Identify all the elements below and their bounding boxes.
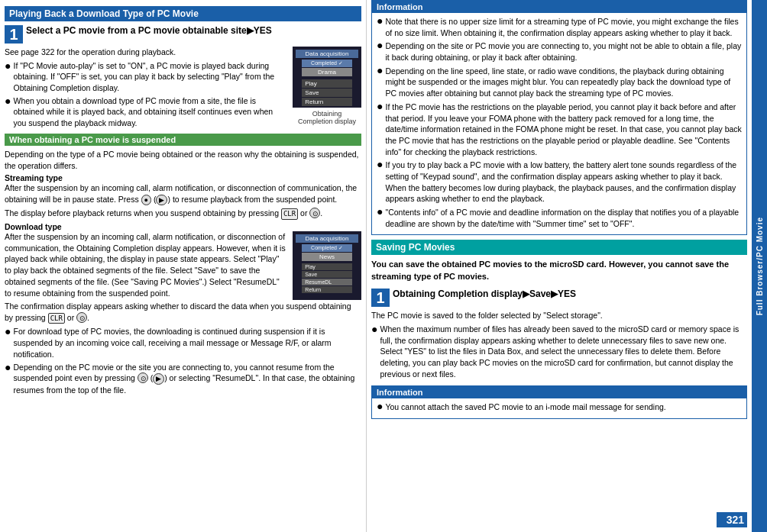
clr-key2: CLR bbox=[48, 313, 65, 324]
streaming-type-body2: The display before playback returns when… bbox=[5, 208, 361, 220]
info-section-top: Information ● Note that there is no uppe… bbox=[371, 0, 747, 235]
main-section-header: Playing Back a Download Type of PC Movie bbox=[5, 6, 361, 21]
dl-menu-return: Return bbox=[302, 286, 352, 293]
dl-bullet1: ● For download type of PC movies, the do… bbox=[5, 326, 361, 360]
dl-menu-save: Save bbox=[302, 271, 352, 278]
saving-step1-number: 1 bbox=[371, 289, 390, 307]
screen-item-drama: Drama bbox=[302, 68, 352, 76]
screen-title: Data acquisition bbox=[296, 50, 358, 58]
sidebar-label: Full Browser/PC Movie bbox=[756, 217, 764, 315]
streaming-type-section: Streaming type After the suspension by a… bbox=[5, 173, 361, 220]
download-type-section: Download type Data acquisition Completed… bbox=[5, 222, 361, 395]
step1-bullet1: ● If "PC Movie auto-play" is set to "ON"… bbox=[5, 60, 288, 94]
step1-image: Data acquisition Completed ✓ Drama Play … bbox=[293, 47, 361, 125]
info-bullet-2: ● Depending on the site or PC movie you … bbox=[377, 40, 742, 63]
screen-save: Save bbox=[302, 89, 352, 97]
download-type-body2: The confirmation display appears asking … bbox=[5, 301, 361, 324]
saving-bullet1: ● When the maximum number of files has a… bbox=[371, 324, 747, 379]
info-bullet-1: ● Note that there is no upper size limit… bbox=[377, 16, 742, 38]
download-screen-image: Data acquisition Completed ✓ News Play S… bbox=[293, 231, 361, 300]
image-caption: ObtainingCompletion display bbox=[293, 110, 361, 125]
clr-key: CLR bbox=[281, 208, 298, 220]
suspended-body: Depending on the type of a PC movie bein… bbox=[5, 149, 361, 171]
step1-header: 1 Select a PC movie from a PC movie obta… bbox=[5, 25, 361, 44]
screen-return: Return bbox=[302, 98, 352, 106]
step1-title: Select a PC movie from a PC movie obtain… bbox=[26, 25, 272, 36]
saving-step1-title: Obtaining Completion display▶Save▶YES bbox=[393, 289, 576, 299]
dl-menu-resumedl: ResumeDL bbox=[302, 279, 352, 285]
info-header-top: Information bbox=[372, 1, 746, 13]
dl-screen-completed: Completed ✓ bbox=[302, 244, 352, 252]
info-bullet-4: ● If the PC movie has the restrictions o… bbox=[377, 102, 742, 157]
screen-menu: Play Save Return bbox=[302, 79, 352, 106]
step1-bullet2: ● When you obtain a download type of PC … bbox=[5, 95, 288, 129]
right-column: Information ● Note that there is no uppe… bbox=[367, 0, 752, 532]
obtaining-screen: Data acquisition Completed ✓ Drama Play … bbox=[293, 47, 361, 108]
dl-menu-play: Play bbox=[302, 263, 352, 270]
info-bullet-5: ● If you try to play back a PC movie wit… bbox=[377, 160, 742, 205]
left-column: Playing Back a Download Type of PC Movie… bbox=[0, 0, 367, 532]
info-bullet-6: ● "Contents info" of a PC movie and dead… bbox=[377, 207, 742, 229]
saving-step1-header: 1 Obtaining Completion display▶Save▶YES bbox=[371, 289, 747, 307]
screen-play: Play bbox=[302, 79, 352, 88]
dl-screen-title: Data acquisition bbox=[296, 234, 358, 243]
dl-screen-news: News bbox=[302, 253, 352, 261]
step1-number: 1 bbox=[5, 25, 23, 44]
info-header-bottom: Information bbox=[372, 386, 746, 398]
saving-header: Saving PC Movies bbox=[371, 240, 747, 255]
download-type-label: Download type bbox=[5, 222, 361, 231]
step1-content: Data acquisition Completed ✓ Drama Play … bbox=[5, 47, 361, 131]
right-sidebar: Full Browser/PC Movie bbox=[752, 0, 767, 532]
saving-body: You can save the obtained PC movies to t… bbox=[371, 259, 747, 282]
download-type-content: Data acquisition Completed ✓ News Play S… bbox=[5, 231, 361, 326]
info-bullet-3: ● Depending on the line speed, line stat… bbox=[377, 66, 742, 99]
info-section-bottom: Information ● You cannot attach the save… bbox=[371, 385, 747, 419]
streaming-type-label: Streaming type bbox=[5, 173, 361, 182]
saving-step1-body: The PC movie is saved to the folder sele… bbox=[371, 310, 747, 321]
suspended-header: When obtaining a PC movie is suspended bbox=[5, 134, 361, 146]
download-screen: Data acquisition Completed ✓ News Play S… bbox=[293, 231, 361, 300]
screen-item-completed: Completed ✓ bbox=[302, 60, 352, 67]
dl-bullet2: ● Depending on the PC movie or the site … bbox=[5, 362, 361, 396]
info-bullet-bottom-1: ● You cannot attach the saved PC movie t… bbox=[377, 401, 742, 413]
page-footer: 321 bbox=[371, 512, 747, 527]
dl-screen-menu: Play Save ResumeDL Return bbox=[302, 263, 352, 293]
streaming-type-body: After the suspension by an incoming call… bbox=[5, 182, 361, 205]
page-number: 321 bbox=[717, 512, 747, 527]
